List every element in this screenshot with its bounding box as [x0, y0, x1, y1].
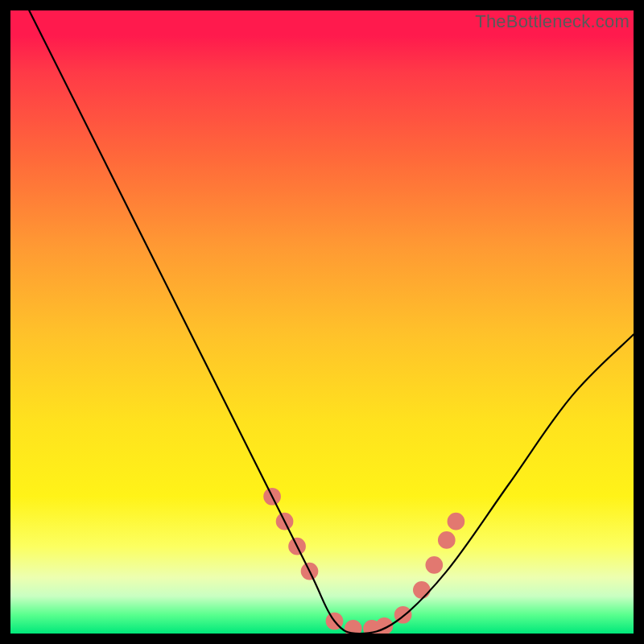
- watermark-label: TheBottleneck.com: [475, 11, 630, 32]
- chart-frame: [8, 8, 636, 636]
